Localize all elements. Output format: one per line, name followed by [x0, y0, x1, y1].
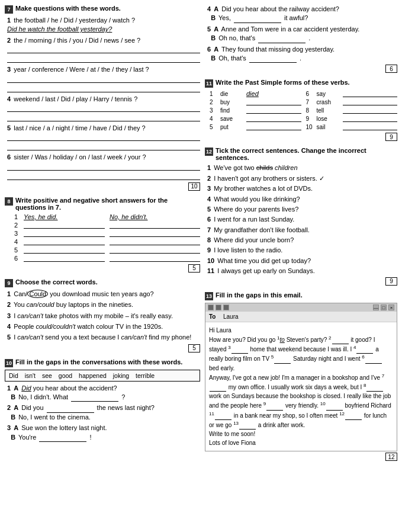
s12-item-5: 5 Where do your parents lives?	[205, 205, 397, 214]
s8-item-5-pos: 5	[14, 246, 105, 254]
s7-blank-4b[interactable]	[7, 114, 200, 121]
section-10-title: 10 Fill in the gaps in the conversations…	[5, 358, 200, 367]
s12-item-9: 9 I love listen to the radio.	[205, 246, 397, 255]
s8-item-1-pos: 1 Yes, he did.	[14, 213, 105, 220]
s12-box-num: 9	[385, 277, 397, 286]
s9-item-5: 5 I can/can't send you a text because I …	[5, 333, 200, 342]
s9-box-num: 5	[188, 344, 200, 352]
s7-answer-1: Did he watch the football yesterday?	[7, 25, 112, 33]
email-para-1: How are you? Did you go 1to Steven's par…	[209, 335, 393, 373]
email-window: — □ × To Laura Hi Laura How are you? Did…	[205, 303, 397, 452]
s9-item-3: 3 I can/can't take photos with my mobile…	[5, 312, 200, 321]
s8-item-3-neg	[110, 230, 200, 237]
email-to-row: To Laura	[205, 312, 397, 322]
s12-item-4: 4 What would you like drinking?	[205, 195, 397, 204]
email-to-label: To	[209, 313, 221, 320]
email-maximize-icon[interactable]: □	[381, 305, 387, 310]
s10r-box-num: 6	[385, 65, 397, 73]
s8-item-2-neg	[110, 222, 200, 229]
email-icon-3	[223, 305, 229, 310]
s7-blank-2[interactable]	[7, 46, 200, 53]
s7-blank-3[interactable]	[7, 76, 200, 83]
email-para-2: Anyway, I've got a new job! I'm a manage…	[209, 373, 393, 430]
s7-blank-6b[interactable]	[7, 173, 200, 180]
section-7: 7 Make questions with these words. 1 the…	[5, 5, 200, 191]
s11-box-num: 9	[385, 133, 397, 141]
s8-item-5-neg	[110, 246, 200, 254]
s12-item-8: 8 Where did your uncle born?	[205, 236, 397, 245]
s8-item-4-neg	[110, 238, 200, 245]
s9-item-1: 1 Can/Could you download music ten years…	[5, 290, 200, 299]
s8-item-3-pos: 3	[14, 230, 105, 237]
s8-item-6-neg	[110, 255, 200, 262]
section-13: 13 Fill in the gaps in this email. — □ ×	[205, 291, 397, 462]
s11-item-7: 7 crash	[306, 98, 398, 105]
s7-item-3: 3 year / conference / Were / at / the / …	[5, 65, 200, 92]
email-titlebar-icons-right: — □ ×	[373, 305, 394, 310]
section-7-title: 7 Make questions with these words.	[5, 5, 200, 14]
section-13-num: 13	[205, 292, 213, 300]
section-11-title: 11 Write the Past Simple forms of these …	[205, 79, 397, 88]
s11-item-10: 10 sail	[306, 123, 398, 130]
email-titlebar: — □ ×	[205, 303, 397, 312]
section-9-num: 9	[5, 279, 13, 287]
s11-item-8: 8 tell	[306, 107, 398, 114]
s12-item-7: 7 My grandfather don't like football.	[205, 226, 397, 235]
email-minimize-icon[interactable]: —	[373, 305, 379, 310]
s10r-item-5: 5 A Anne and Tom were in a car accident …	[205, 25, 397, 43]
section-9: 9 Choose the correct words. 1 Can/Could …	[5, 278, 200, 352]
s12-item-6: 6 I went for a run last Sunday.	[205, 215, 397, 224]
s10-conv-1: 1 A Did you hear about the accident? B N…	[5, 384, 200, 402]
section-10-right: 4 A Did you hear about the railway accid…	[205, 5, 397, 73]
email-close-icon[interactable]: ×	[388, 305, 394, 310]
s10r-item-6: 6 A They found that missing dog yesterda…	[205, 45, 397, 63]
s8-col-neg: No, he didn't.	[110, 213, 200, 263]
s13-box-num: 12	[385, 453, 397, 461]
s11-item-6: 6 say	[306, 90, 398, 97]
s10-conv-2: 2 A Did you the news last night? B No, I…	[5, 403, 200, 422]
s10-word-bank: Did isn't see good happened joking terri…	[5, 370, 200, 382]
section-8-title: 8 Write positive and negative short answ…	[5, 197, 200, 211]
s7-blank-6[interactable]	[7, 164, 200, 171]
email-closing: Write to me soon!	[209, 430, 393, 438]
s8-answers: 1 Yes, he did. 2 3 4	[5, 213, 200, 263]
section-8-num: 8	[5, 197, 13, 206]
s12-item-10: 10 What time you did get up today?	[205, 257, 397, 265]
section-11: 11 Write the Past Simple forms of these …	[205, 79, 397, 141]
email-sign-off: Lots of love Fiona	[209, 438, 393, 447]
s9-item-2: 2 You can/could buy laptops in the ninet…	[5, 300, 200, 309]
s10r-item-4: 4 A Did you hear about the railway accid…	[205, 5, 397, 23]
s11-col-left: 1 die died 2 buy 3 find	[210, 90, 301, 132]
s7-blank-2b[interactable]	[7, 56, 200, 63]
s11-item-3: 3 find	[210, 107, 301, 114]
email-icon-1	[208, 305, 214, 310]
s7-blank-5b[interactable]	[7, 143, 200, 150]
section-12: 12 Tick the correct sentences. Change th…	[205, 147, 397, 285]
s7-blank-5[interactable]	[7, 134, 200, 141]
section-13-title: 13 Fill in the gaps in this email.	[205, 291, 397, 300]
email-titlebar-icons-left	[208, 305, 229, 310]
s11-item-2: 2 buy	[210, 98, 301, 105]
s8-col-pos: 1 Yes, he did. 2 3 4	[14, 213, 105, 263]
s11-item-1: 1 die died	[210, 90, 301, 97]
s7-item-5: 5 last / nice / a / night / time / have …	[5, 124, 200, 150]
email-greeting: Hi Laura	[209, 326, 393, 335]
section-12-title: 12 Tick the correct sentences. Change th…	[205, 147, 397, 161]
s11-item-9: 9 lose	[306, 115, 398, 122]
s12-item-3: 3 My brother watches a lot of DVDs.	[205, 184, 397, 193]
s8-box-num: 5	[188, 264, 200, 273]
section-7-num: 7	[5, 5, 13, 14]
s7-box-num: 10	[188, 182, 200, 191]
s11-item-4: 4 save	[210, 115, 301, 122]
section-10: 10 Fill in the gaps in the conversations…	[5, 358, 200, 442]
s12-item-11: 11 I always get up early on Sundays.	[205, 267, 397, 275]
s10-conv-3: 3 A Sue won the lottery last night. B Yo…	[5, 424, 200, 442]
s8-item-4-pos: 4	[14, 238, 105, 245]
s7-blank-4[interactable]	[7, 105, 200, 112]
section-11-num: 11	[205, 79, 213, 88]
s7-blank-3b[interactable]	[7, 85, 200, 92]
s7-item-4: 4 weekend / last / Did / play / Harry / …	[5, 95, 200, 121]
s8-item-6-pos: 6	[14, 255, 105, 262]
s11-grid: 1 die died 2 buy 3 find	[205, 90, 397, 132]
s11-item-5: 5 put	[210, 123, 301, 130]
